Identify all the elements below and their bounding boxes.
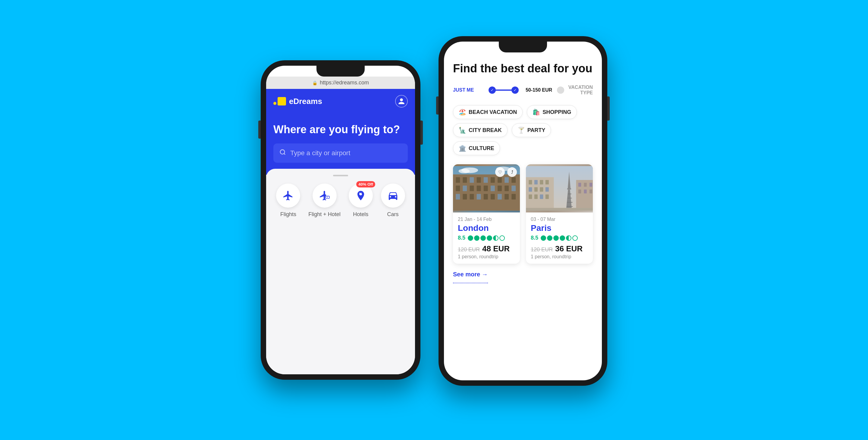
tabs-row: Flights + (272, 184, 409, 218)
slider-thumb-right[interactable]: ✓ (512, 87, 519, 94)
svg-rect-41 (534, 180, 538, 184)
svg-rect-12 (484, 177, 488, 183)
svg-rect-44 (529, 187, 532, 192)
svg-rect-23 (498, 186, 502, 191)
deals-grid: ♡ ⤴ 21 Jan - 14 Feb London 8.5 (453, 164, 593, 264)
svg-rect-10 (470, 177, 474, 183)
svg-rect-24 (504, 186, 509, 191)
svg-rect-53 (567, 188, 571, 190)
paris-rating: 8.5 (531, 235, 588, 241)
svg-text:H: H (359, 192, 361, 196)
filter-row: JUST ME ✓ ✓ (453, 85, 593, 96)
paris-score: 8.5 (531, 235, 538, 241)
svg-rect-19 (470, 186, 474, 191)
search-bar[interactable]: Type a city or airport (273, 144, 408, 163)
london-current-price: 48 EUR (482, 244, 510, 253)
pstar-4 (560, 235, 565, 241)
tab-flights[interactable]: Flights (276, 184, 300, 218)
svg-rect-43 (546, 180, 549, 184)
tab-hotels[interactable]: 40% Off H Hotels (349, 184, 373, 218)
svg-rect-11 (477, 177, 481, 183)
right-content: Find the best deal for you JUST ME ✓ (444, 53, 602, 380)
slider-thumb-left[interactable]: ✓ (489, 87, 496, 94)
svg-rect-34 (512, 194, 516, 200)
url-bar: 🔒 https://edreams.com (266, 76, 415, 89)
star-4 (487, 235, 492, 241)
svg-rect-50 (540, 194, 543, 199)
svg-rect-17 (456, 186, 460, 191)
svg-rect-16 (512, 177, 516, 183)
pstar-1 (541, 235, 546, 241)
vacation-chips: 🏖️ BEACH VACATION 🛍️ SHOPPING 🗽 CITY BRE… (453, 105, 593, 155)
hotels-label: Hotels (353, 211, 368, 218)
chip-shopping-label: SHOPPING (542, 109, 571, 116)
svg-rect-14 (498, 177, 502, 183)
cars-label: Cars (387, 211, 399, 218)
svg-rect-8 (456, 177, 460, 183)
london-share-btn[interactable]: ⤴ (507, 167, 517, 177)
svg-rect-20 (477, 186, 481, 191)
svg-rect-48 (529, 194, 532, 199)
culture-icon: 🏛️ (459, 145, 466, 152)
chip-beach-vacation[interactable]: 🏖️ BEACH VACATION (453, 105, 523, 119)
svg-rect-33 (504, 194, 509, 200)
london-actions: ♡ ⤴ (495, 167, 517, 177)
svg-rect-28 (470, 194, 474, 200)
flight-hotel-icon-circle: + (313, 184, 337, 208)
svg-rect-66 (526, 208, 593, 211)
hotels-icon-circle: 40% Off H (349, 184, 373, 208)
deal-card-paris[interactable]: 03 - 07 Mar Paris 8.5 (526, 164, 593, 264)
app-header: eDreams (266, 89, 415, 114)
city-icon: 🗽 (459, 127, 466, 134)
london-price-row: 120 EUR 48 EUR (458, 244, 515, 253)
logo: eDreams (273, 97, 322, 106)
hotels-badge: 40% Off (356, 181, 375, 187)
page-title: Find the best deal for you (453, 62, 593, 75)
london-rating: 8.5 (458, 235, 515, 241)
svg-rect-13 (491, 177, 495, 183)
chip-party[interactable]: 🍸 PARTY (512, 123, 551, 137)
svg-rect-15 (504, 177, 509, 183)
svg-rect-42 (540, 180, 543, 184)
pstar-2 (547, 235, 553, 241)
london-dates: 21 Jan - 14 Feb (458, 217, 515, 222)
pstar-6 (572, 235, 578, 241)
logo-square (278, 97, 286, 105)
svg-rect-46 (540, 187, 543, 192)
svg-rect-26 (456, 194, 460, 200)
chip-culture[interactable]: 🏛️ CULTURE (453, 142, 500, 155)
tab-flight-hotel[interactable]: + Flight + Hotel (308, 184, 341, 218)
london-heart-btn[interactable]: ♡ (495, 167, 505, 177)
search-icon (279, 149, 286, 157)
svg-point-36 (459, 169, 470, 173)
star-2 (474, 235, 479, 241)
bottom-section: Flights + (266, 169, 415, 374)
chip-shopping[interactable]: 🛍️ SHOPPING (527, 105, 577, 119)
deal-card-london[interactable]: ♡ ⤴ 21 Jan - 14 Feb London 8.5 (453, 164, 520, 264)
svg-rect-30 (484, 194, 488, 200)
london-city: London (458, 223, 515, 233)
see-more-link[interactable]: See more → (453, 271, 488, 283)
search-placeholder: Type a city or airport (290, 149, 350, 157)
paris-current-price: 36 EUR (555, 244, 583, 253)
svg-line-1 (284, 153, 285, 155)
svg-rect-61 (584, 183, 587, 187)
paris-image (526, 164, 593, 213)
tab-cars[interactable]: Cars (381, 184, 405, 218)
chip-city-break[interactable]: 🗽 CITY BREAK (453, 123, 507, 137)
paris-original-price: 120 EUR (531, 247, 553, 253)
london-price-note: 1 person, roundtrip (458, 254, 515, 259)
svg-rect-45 (534, 187, 538, 192)
paris-stars (541, 235, 578, 241)
hero-section: Where are you flying to? Type a city or … (266, 114, 415, 175)
flights-label: Flights (280, 211, 296, 218)
chip-city-label: CITY BREAK (469, 127, 502, 133)
user-avatar-button[interactable] (395, 95, 408, 107)
star-3 (480, 235, 486, 241)
star-5 (493, 235, 498, 241)
svg-rect-9 (463, 177, 467, 183)
slider-container[interactable]: ✓ ✓ (489, 86, 518, 94)
svg-rect-25 (512, 186, 516, 191)
url-text: https://edreams.com (320, 80, 369, 86)
star-1 (468, 235, 473, 241)
